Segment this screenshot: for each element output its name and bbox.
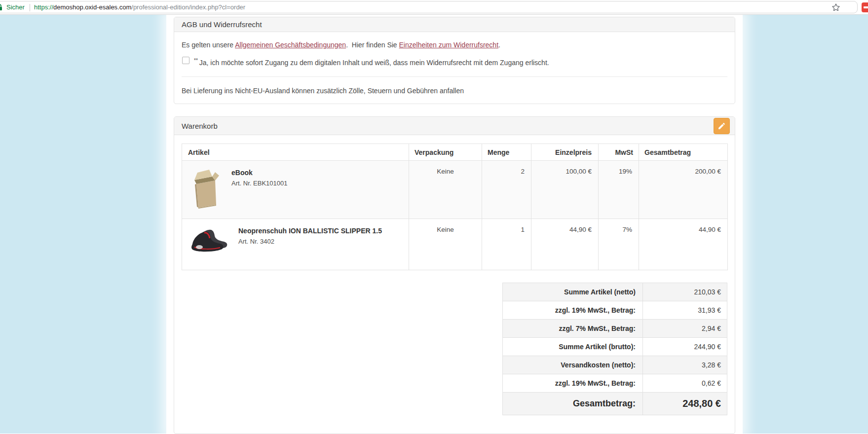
totals-value: 3,28 € [643,356,727,374]
url-text[interactable]: https://demoshop.oxid-esales.com/profess… [34,3,245,11]
required-marker: ** [194,58,198,63]
totals-value: 244,90 € [643,338,727,356]
url-scheme: https:// [34,3,53,11]
security-label: Sicher [6,3,25,11]
totals-row: Versandkosten (netto): 3,28 € [503,356,727,374]
cell-unit-price: 44,90 € [531,219,599,270]
terms-link[interactable]: Allgemeinen Geschäftsbedingungen [235,41,346,49]
bookmark-star-icon[interactable] [831,2,841,12]
page-background: AGB und Widerrufsrecht Es gelten unsere … [0,15,868,434]
terms-sentence: Es gelten unsere Allgemeinen Geschäftsbe… [182,40,727,50]
url-path: /professional-edition/index.php?cl=order [131,3,245,11]
product-artnr: Art. Nr. 3402 [238,238,382,245]
agb-panel-body: Es gelten unsere Allgemeinen Geschäftsbe… [174,32,735,104]
totals-label: Versandkosten (netto): [503,356,643,374]
totals-row: Summe Artikel (netto) 210,03 € [503,283,727,301]
terms-text-prefix: Es gelten unsere [182,41,235,49]
cart-panel: Warenkorb Artikel Verpackung Menge Einze… [174,116,735,434]
cell-vat: 19% [599,161,639,219]
section-divider [182,76,727,77]
totals-label: Summe Artikel (netto) [503,283,643,301]
cell-packaging: Keine [409,161,482,219]
column-header-einzelpreis: Einzelpreis [531,144,599,161]
agb-panel-header: AGB und Widerrufsrecht [174,17,735,32]
pencil-icon [717,122,726,130]
customs-note: Bei Lieferung ins Nicht-EU-Ausland könne… [182,86,727,96]
grand-total-label: Gesamtbetrag: [503,393,643,415]
url-domain: demoshop.oxid-esales.com [53,3,131,11]
table-row: eBook Art. Nr. EBK101001 Keine 2 100,00 … [182,161,728,219]
agb-panel-title: AGB und Widerrufsrecht [182,20,262,29]
consent-text: Ja, ich möchte sofort Zugang zu dem digi… [199,59,549,67]
totals-label: zzgl. 7% MwSt., Betrag: [503,320,643,338]
cell-total: 44,90 € [639,219,728,270]
column-header-mwst: MwSt [599,144,639,161]
digital-content-consent-checkbox[interactable] [182,57,189,64]
cell-packaging: Keine [409,219,482,270]
cell-vat: 7% [599,219,639,270]
cart-table-header-row: Artikel Verpackung Menge Einzelpreis MwS… [182,144,728,161]
cell-total: 200,00 € [639,161,728,219]
product-artnr: Art. Nr. EBK101001 [231,180,287,187]
cell-quantity: 2 [482,161,531,219]
totals-label: Summe Artikel (brutto): [503,338,643,356]
cell-unit-price: 100,00 € [531,161,599,219]
totals-value: 2,94 € [643,320,727,338]
column-header-artikel: Artikel [182,144,409,161]
totals-row: zzgl. 19% MwSt., Betrag: 31,93 € [503,301,727,320]
terms-text-suffix: . [498,41,500,49]
product-name[interactable]: eBook [231,168,287,177]
cart-panel-body: Artikel Verpackung Menge Einzelpreis MwS… [174,135,735,434]
padlock-icon [0,3,3,11]
cell-quantity: 1 [482,219,531,270]
omnibox-separator [30,4,30,11]
browser-address-bar: Sicher https://demoshop.oxid-esales.com/… [0,0,868,15]
totals-label: zzgl. 19% MwSt., Betrag: [503,374,643,393]
totals-section: Summe Artikel (netto) 210,03 € zzgl. 19%… [182,283,727,415]
terms-text-middle: . Hier finden Sie [346,41,399,49]
table-row: Neoprenschuh ION BALLISTIC SLIPPER 1.5 A… [182,219,728,270]
totals-table: Summe Artikel (netto) 210,03 € zzgl. 19%… [502,283,727,415]
cart-panel-header: Warenkorb [174,117,735,135]
digital-content-consent-label: **Ja, ich möchte sofort Zugang zu dem di… [194,56,549,68]
edit-cart-button[interactable] [714,118,730,134]
extension-icon[interactable] [862,2,868,12]
grand-total-value: 248,80 € [643,393,727,415]
agb-panel: AGB und Widerrufsrecht Es gelten unsere … [174,17,735,104]
totals-row: Summe Artikel (brutto): 244,90 € [503,338,727,356]
content-wrapper: AGB und Widerrufsrecht Es gelten unsere … [166,15,743,434]
totals-value: 210,03 € [643,283,727,301]
totals-label: zzgl. 19% MwSt., Betrag: [503,301,643,320]
totals-value: 31,93 € [643,301,727,320]
product-name[interactable]: Neoprenschuh ION BALLISTIC SLIPPER 1.5 [238,226,382,235]
column-header-menge: Menge [482,144,531,161]
cart-panel-title: Warenkorb [182,122,218,130]
column-header-verpackung: Verpackung [409,144,482,161]
withdrawal-link[interactable]: Einzelheiten zum Widerrufsrecht [399,41,499,49]
grand-total-row: Gesamtbetrag: 248,80 € [503,393,727,415]
totals-row: zzgl. 7% MwSt., Betrag: 2,94 € [503,320,727,338]
digital-content-consent-row: **Ja, ich möchte sofort Zugang zu dem di… [182,56,727,68]
cart-table: Artikel Verpackung Menge Einzelpreis MwS… [182,144,728,270]
totals-row: zzgl. 19% MwSt., Betrag: 0,62 € [503,374,727,393]
neoprene-shoe-product-image [189,225,229,255]
column-header-gesamtbetrag: Gesamtbetrag [639,144,728,161]
cardboard-box-product-image [189,167,222,212]
totals-value: 0,62 € [643,374,727,393]
